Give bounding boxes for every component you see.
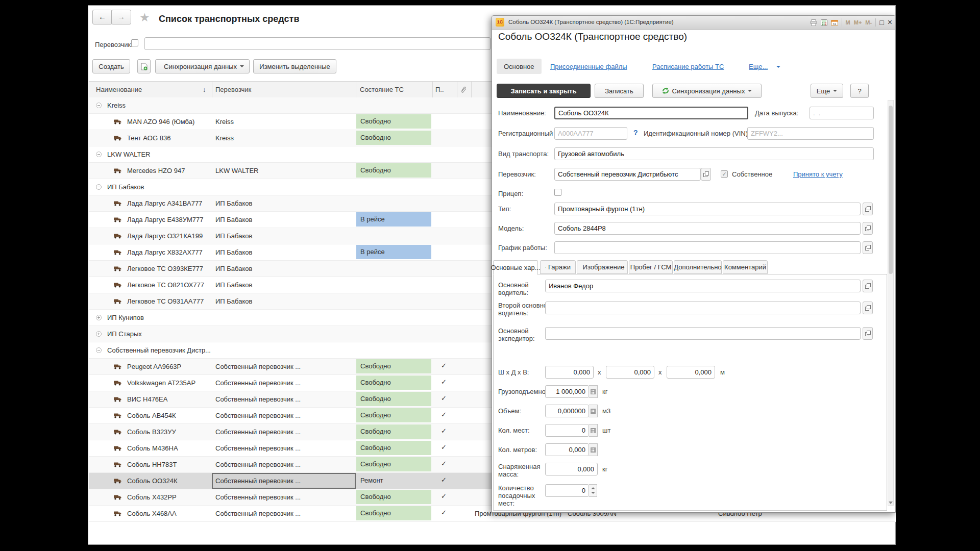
house-icon — [545, 264, 546, 270]
calculator-grid-icon — [591, 428, 596, 433]
height-input[interactable] — [667, 366, 715, 379]
vin-input[interactable] — [747, 127, 874, 140]
carrier-cell: Kreiss — [215, 134, 349, 142]
main-driver-input[interactable] — [545, 280, 861, 292]
expand-icon[interactable] — [96, 331, 102, 337]
places-input[interactable] — [545, 424, 589, 437]
curb-weight-input[interactable] — [545, 463, 598, 475]
picker-icon — [703, 171, 709, 177]
favorite-star-icon[interactable]: ★ — [139, 11, 150, 24]
forward-button[interactable]: → — [111, 10, 131, 24]
issue-date-input[interactable] — [810, 107, 874, 119]
sync-data-button[interactable]: Синхронизация данных — [155, 59, 250, 73]
memory-minus-button[interactable]: M- — [865, 19, 872, 26]
tab-attached-files[interactable]: Присоединенные файлы — [550, 63, 627, 70]
scroll-down-icon[interactable] — [889, 502, 893, 504]
tab-work-schedule[interactable]: Расписание работы ТС — [652, 63, 724, 70]
model-input[interactable] — [554, 222, 861, 235]
carrier-picker-button[interactable] — [701, 168, 711, 181]
maximize-icon[interactable]: □ — [879, 18, 884, 27]
picker-icon — [865, 331, 871, 336]
forwarder-input[interactable] — [545, 327, 861, 340]
second-driver-input[interactable] — [545, 302, 861, 314]
accepted-check-icon: ✓ — [441, 378, 447, 386]
schedule-label: График работы: — [498, 244, 552, 252]
schedule-picker-button[interactable] — [863, 241, 873, 254]
tab-main-characteristics[interactable]: Основные хар... — [493, 260, 538, 275]
calendar-icon[interactable]: 31 — [831, 19, 838, 26]
memory-plus-button[interactable]: M+ — [854, 19, 862, 26]
collapse-icon[interactable] — [96, 103, 102, 108]
capacity-calc-button[interactable] — [589, 385, 598, 398]
tab-garages[interactable]: Гаражи — [540, 260, 576, 274]
tab-image[interactable]: Изображение — [577, 260, 628, 274]
carrier-filter-input[interactable] — [144, 37, 491, 50]
width-input[interactable] — [545, 366, 594, 379]
transport-kind-input[interactable] — [554, 147, 874, 160]
back-button[interactable]: ← — [92, 10, 112, 24]
second-driver-picker-button[interactable] — [863, 302, 873, 314]
expand-icon[interactable] — [96, 315, 102, 320]
meters-input[interactable] — [545, 443, 589, 456]
type-input[interactable] — [554, 203, 861, 215]
save-and-close-button[interactable]: Записать и закрыть — [497, 84, 591, 98]
trailer-checkbox[interactable] — [554, 189, 561, 196]
collapse-icon[interactable] — [96, 184, 102, 190]
forwarder-picker-button[interactable] — [863, 327, 873, 340]
new-document-button[interactable] — [137, 59, 151, 73]
status-badge: Свободно — [356, 408, 431, 422]
create-button[interactable]: Создать — [92, 59, 130, 73]
edit-selected-button[interactable]: Изменить выделенные — [253, 59, 336, 73]
help-button[interactable]: ? — [850, 84, 869, 98]
carrier-filter-checkbox[interactable] — [131, 39, 138, 46]
tab-main[interactable]: Основное — [497, 59, 542, 74]
tab-additional[interactable]: Дополнительно — [674, 260, 722, 274]
focused-cell-border — [212, 473, 356, 489]
question-mark-icon[interactable]: ? — [633, 129, 638, 137]
capacity-unit: кг — [602, 388, 607, 395]
schedule-input[interactable] — [554, 241, 861, 254]
meters-calc-button[interactable] — [589, 443, 598, 456]
name-input[interactable] — [554, 107, 748, 119]
seats-input[interactable] — [545, 484, 589, 497]
column-carrier[interactable]: Перевозчик — [215, 86, 251, 93]
length-input[interactable] — [606, 366, 654, 379]
model-picker-button[interactable] — [863, 222, 873, 235]
dialog-titlebar[interactable]: 1С Соболь ОО324К (Транспортное средство)… — [492, 16, 895, 30]
accepted-link[interactable]: Принято к учету — [793, 170, 843, 178]
more-button[interactable]: Еще — [811, 84, 843, 98]
vehicle-name: Лада Ларгус А341ВА777 — [127, 199, 202, 207]
volume-label: Объем: — [498, 407, 552, 415]
tab-label: Изображение — [583, 263, 625, 271]
collapse-icon[interactable] — [96, 347, 102, 353]
calculator-icon[interactable] — [821, 19, 827, 26]
save-button[interactable]: Записать — [595, 84, 644, 98]
tab-mileage-fuel[interactable]: Пробег / ГСМ — [629, 260, 673, 274]
collapse-icon[interactable] — [96, 152, 102, 157]
capacity-input[interactable] — [545, 385, 589, 398]
own-checkbox[interactable]: ✓ — [721, 170, 728, 178]
vehicle-card-dialog: 1С Соболь ОО324К (Транспортное средство)… — [492, 15, 896, 513]
seats-spinner[interactable] — [589, 484, 597, 497]
volume-calc-button[interactable] — [589, 405, 598, 417]
dialog-scrollbar[interactable] — [888, 100, 894, 506]
print-icon[interactable] — [810, 19, 817, 26]
type-picker-button[interactable] — [863, 203, 873, 215]
memory-button[interactable]: M — [846, 19, 850, 26]
close-icon[interactable]: × — [888, 18, 892, 27]
carrier-input[interactable] — [554, 168, 701, 181]
vehicle-name: Соболь АВ454К — [127, 412, 176, 419]
scrollbar-thumb[interactable] — [889, 106, 893, 274]
reg-number-input[interactable] — [554, 127, 627, 140]
dialog-sync-button[interactable]: Синхронизация данных — [652, 84, 762, 98]
column-name[interactable]: Наименование — [96, 86, 142, 93]
places-calc-button[interactable] — [589, 424, 598, 437]
vehicle-name: Тент AOG 836 — [127, 134, 170, 142]
main-driver-picker-button[interactable] — [863, 280, 873, 292]
tab-comment[interactable]: Комментарий — [723, 260, 768, 274]
tab-more[interactable]: Еще... — [749, 63, 768, 70]
column-accepted[interactable]: П.. — [435, 86, 444, 93]
titlebar-separator — [842, 18, 842, 27]
volume-input[interactable] — [545, 405, 589, 417]
column-status[interactable]: Состояние ТС — [360, 86, 404, 93]
